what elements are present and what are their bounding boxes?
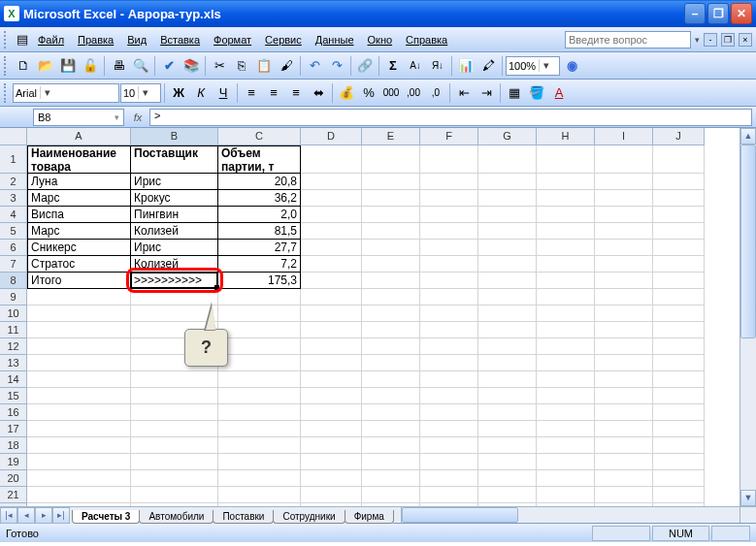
cell-J12[interactable] xyxy=(653,338,705,355)
undo-icon[interactable]: ↶ xyxy=(304,55,325,77)
tab-next-icon[interactable]: ▸ xyxy=(35,507,52,524)
menu-tools[interactable]: Сервис xyxy=(258,31,309,48)
cell-H3[interactable] xyxy=(537,190,595,207)
doc-restore-button[interactable]: ❐ xyxy=(721,33,735,47)
col-header-A[interactable]: A xyxy=(27,128,131,145)
cell-F21[interactable] xyxy=(420,487,478,503)
cell-E14[interactable] xyxy=(362,371,420,388)
cell-E6[interactable] xyxy=(362,240,420,256)
help-icon[interactable]: ◉ xyxy=(561,55,582,77)
print-preview-icon[interactable]: 🔍 xyxy=(130,55,151,77)
row-header-9[interactable]: 9 xyxy=(0,289,27,305)
permissions-icon[interactable]: 🔓 xyxy=(80,55,101,77)
cell-C16[interactable] xyxy=(218,404,301,421)
cell-C19[interactable] xyxy=(218,454,301,470)
fill-color-icon[interactable]: 🪣 xyxy=(526,82,547,104)
cell-A14[interactable] xyxy=(27,371,131,388)
cell-C17[interactable] xyxy=(218,421,301,437)
increase-decimal-icon[interactable]: ,00 xyxy=(403,82,424,104)
cell-H14[interactable] xyxy=(537,371,595,388)
cell-A20[interactable] xyxy=(27,470,131,487)
col-header-F[interactable]: F xyxy=(420,128,478,145)
cell-B14[interactable] xyxy=(131,371,218,388)
cell-G17[interactable] xyxy=(478,421,537,437)
cell-F11[interactable] xyxy=(420,322,478,338)
vertical-scrollbar[interactable]: ▲ ▼ xyxy=(740,128,756,506)
row-header-3[interactable]: 3 xyxy=(0,190,27,207)
sheet-tab-4[interactable]: Фирма xyxy=(345,510,394,524)
sheet-tab-1[interactable]: Автомобили xyxy=(139,510,214,524)
doc-minimize-button[interactable]: - xyxy=(704,33,717,47)
sheet-tab-0[interactable]: Расчеты 3 xyxy=(72,510,140,524)
cell-C8[interactable]: 175,3 xyxy=(218,273,301,289)
cell-F10[interactable] xyxy=(420,305,478,322)
cell-G14[interactable] xyxy=(478,371,537,388)
help-search-input[interactable] xyxy=(565,31,691,48)
col-header-C[interactable]: C xyxy=(218,128,301,145)
cell-H7[interactable] xyxy=(537,256,595,273)
cell-I10[interactable] xyxy=(595,305,653,322)
row-header-5[interactable]: 5 xyxy=(0,223,27,240)
cell-A18[interactable] xyxy=(27,437,131,454)
cell-C5[interactable]: 81,5 xyxy=(218,223,301,240)
cell-B20[interactable] xyxy=(131,470,218,487)
cell-I3[interactable] xyxy=(595,190,653,207)
close-button[interactable]: ✕ xyxy=(731,3,752,24)
fmt-grip[interactable] xyxy=(4,83,10,103)
cell-C3[interactable]: 36,2 xyxy=(218,190,301,207)
cell-H12[interactable] xyxy=(537,338,595,355)
cell-D12[interactable] xyxy=(301,338,362,355)
cell-I1[interactable] xyxy=(595,145,653,174)
cell-F13[interactable] xyxy=(420,355,478,371)
hyperlink-icon[interactable]: 🔗 xyxy=(354,55,376,77)
cell-F20[interactable] xyxy=(420,470,478,487)
cell-D4[interactable] xyxy=(301,207,362,223)
cell-J20[interactable] xyxy=(653,470,705,487)
cell-I13[interactable] xyxy=(595,355,653,371)
cell-F16[interactable] xyxy=(420,404,478,421)
cell-E10[interactable] xyxy=(362,305,420,322)
merge-center-icon[interactable]: ⬌ xyxy=(308,82,329,104)
cell-G6[interactable] xyxy=(478,240,537,256)
cell-I20[interactable] xyxy=(595,470,653,487)
row-header-19[interactable]: 19 xyxy=(0,454,27,470)
cell-J13[interactable] xyxy=(653,355,705,371)
chart-wizard-icon[interactable]: 📊 xyxy=(455,55,477,77)
menu-view[interactable]: Вид xyxy=(120,31,153,48)
cell-J1[interactable] xyxy=(653,145,705,174)
worksheet-grid[interactable]: ABCDEFGHIJ 12345678910111213141516171819… xyxy=(0,128,756,523)
cell-J5[interactable] xyxy=(653,223,705,240)
row-header-13[interactable]: 13 xyxy=(0,355,27,371)
workbook-icon[interactable]: ▤ xyxy=(14,29,31,50)
cell-D7[interactable] xyxy=(301,256,362,273)
col-header-G[interactable]: G xyxy=(478,128,537,145)
menu-format[interactable]: Формат xyxy=(207,31,258,48)
row-header-14[interactable]: 14 xyxy=(0,371,27,388)
cell-G12[interactable] xyxy=(478,338,537,355)
cell-A16[interactable] xyxy=(27,404,131,421)
cell-A13[interactable] xyxy=(27,355,131,371)
menu-edit[interactable]: Правка xyxy=(71,31,120,48)
cell-G2[interactable] xyxy=(478,174,537,190)
decrease-decimal-icon[interactable]: ,0 xyxy=(425,82,446,104)
cell-B15[interactable] xyxy=(131,388,218,404)
cell-B6[interactable]: Ирис xyxy=(131,240,218,256)
cell-J21[interactable] xyxy=(653,487,705,503)
col-header-E[interactable]: E xyxy=(362,128,420,145)
col-header-J[interactable]: J xyxy=(653,128,705,145)
cell-C6[interactable]: 27,7 xyxy=(218,240,301,256)
bold-button[interactable]: Ж xyxy=(168,82,189,104)
cell-E8[interactable] xyxy=(362,273,420,289)
row-headers[interactable]: 12345678910111213141516171819202122 xyxy=(0,145,27,506)
scroll-down-icon[interactable]: ▼ xyxy=(740,490,756,506)
col-header-I[interactable]: I xyxy=(595,128,653,145)
cell-H1[interactable] xyxy=(537,145,595,174)
cell-C1[interactable]: Объем партии, т xyxy=(218,145,301,174)
cell-F12[interactable] xyxy=(420,338,478,355)
font-name-combo[interactable]: Arial▾ xyxy=(13,83,119,103)
cell-D10[interactable] xyxy=(301,305,362,322)
sheet-tab-3[interactable]: Сотрудники xyxy=(273,510,345,524)
italic-button[interactable]: К xyxy=(190,82,212,104)
cell-I18[interactable] xyxy=(595,437,653,454)
cell-E7[interactable] xyxy=(362,256,420,273)
